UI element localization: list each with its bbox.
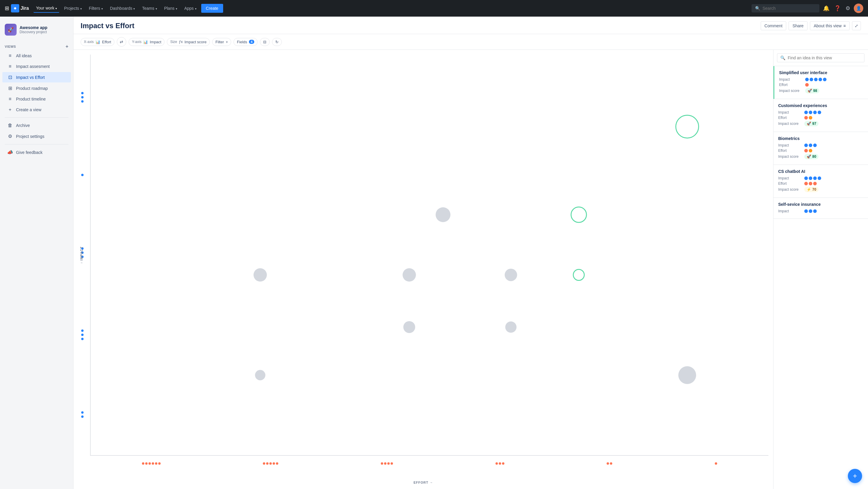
y-axis-dot — [81, 415, 84, 418]
chevron-down-icon — [156, 6, 157, 11]
nav-dashboards[interactable]: Dashboards — [107, 4, 137, 12]
swap-axes-button[interactable]: ⇄ — [117, 37, 126, 47]
sidebar-item-create-view[interactable]: + Create a view — [2, 105, 71, 115]
y-axis-dot — [81, 174, 84, 176]
view-options-button[interactable]: ⊟ — [260, 38, 270, 46]
header-actions: Comment Share About this view ≡ ⤢ — [761, 21, 861, 30]
bubble-item[interactable] — [505, 321, 517, 333]
grid-icon[interactable]: ⊞ — [5, 5, 9, 11]
archive-icon: 🗑 — [7, 123, 13, 128]
idea-search-box[interactable]: 🔍 — [777, 53, 864, 62]
refresh-button[interactable]: ↻ — [272, 38, 282, 46]
bubble-item[interactable] — [402, 268, 416, 282]
nav-teams[interactable]: Teams — [140, 4, 159, 12]
idea-card-simplified-ui[interactable]: Simplified user interface Impact — [773, 66, 868, 99]
chevron-down-icon — [101, 6, 103, 11]
list-icon: ≡ — [7, 53, 13, 58]
nav-projects[interactable]: Projects — [62, 4, 84, 12]
sidebar-item-impact-assessment[interactable]: ≡ Impact assesment — [2, 61, 71, 71]
idea-impact-field: Impact — [778, 110, 863, 114]
x-axis-label: EFFORT → — [78, 481, 768, 484]
swap-icon: ⇄ — [120, 39, 123, 44]
x-axis-dot — [149, 462, 151, 465]
add-view-icon[interactable]: + — [65, 44, 68, 49]
user-avatar[interactable]: 👤 — [854, 4, 863, 13]
views-section-label: VIEWS + — [0, 41, 73, 50]
y-axis-dot — [81, 96, 84, 98]
sidebar-item-project-settings[interactable]: ⚙ Project settings — [2, 131, 71, 141]
scatter-plot[interactable]: ↑ IMPACT — [90, 55, 768, 456]
nav-your-work[interactable]: Your work — [33, 4, 59, 13]
nav-apps[interactable]: Apps — [182, 4, 199, 12]
fields-button[interactable]: Fields 4 — [234, 38, 257, 46]
nav-plans[interactable]: Plans — [162, 4, 180, 12]
sidebar-divider-2 — [5, 144, 68, 144]
help-icon[interactable]: ❓ — [833, 4, 842, 13]
bubble-item[interactable] — [403, 321, 415, 333]
y-axis-dot — [81, 411, 84, 414]
bubble-item[interactable] — [505, 269, 517, 281]
jira-logo[interactable]: Jira — [11, 4, 29, 12]
search-icon: 🔍 — [780, 55, 785, 60]
filter-button[interactable]: Filter + — [212, 38, 231, 46]
bubble-item[interactable] — [678, 366, 696, 384]
sidebar-item-product-roadmap[interactable]: ⊞ Product roadmap — [2, 83, 71, 93]
impact-score-badge: ⚡ 70 — [804, 187, 818, 192]
idea-card-cs-chatbot[interactable]: CS chatbot AI Impact Effort — [773, 165, 868, 198]
bubble-item[interactable] — [436, 207, 451, 222]
settings-icon[interactable]: ⚙ — [844, 4, 851, 13]
sidebar-item-give-feedback[interactable]: 📣 Give feedback — [2, 147, 71, 157]
chevron-down-icon — [55, 6, 57, 10]
sidebar-item-all-ideas[interactable]: ≡ All ideas — [2, 51, 71, 61]
impact-score-badge: 🚀 80 — [804, 154, 818, 159]
search-input[interactable] — [763, 6, 816, 11]
idea-effort-field: Effort — [778, 181, 863, 185]
bubble-simplified-ui[interactable] — [675, 115, 699, 139]
comment-button[interactable]: Comment — [761, 21, 786, 30]
bubble-customised-exp[interactable] — [570, 207, 587, 223]
bubble-item[interactable] — [253, 268, 267, 282]
x-axis-dot — [269, 462, 272, 465]
idea-card-customised-exp[interactable]: Customised experiences Impact Effor — [773, 99, 868, 132]
y-axis-dot — [81, 92, 84, 94]
idea-card-self-service[interactable]: Self-sevice insurance Impact — [773, 198, 868, 219]
chevron-down-icon — [176, 6, 177, 11]
search-box[interactable]: 🔍 — [751, 4, 819, 12]
size-selector[interactable]: Size ƒx Impact score — [167, 38, 210, 46]
sidebar-item-product-timeline[interactable]: ≡ Product timeline — [2, 94, 71, 104]
idea-score-field: Impact score 🚀 80 — [778, 154, 863, 159]
bubble-item[interactable] — [255, 370, 265, 380]
sidebar-item-archive[interactable]: 🗑 Archive — [2, 120, 71, 131]
sidebar-item-impact-vs-effort[interactable]: ⊡ Impact vs Effort — [2, 72, 71, 82]
share-button[interactable]: Share — [788, 21, 807, 30]
notifications-icon[interactable]: 🔔 — [822, 4, 831, 13]
impact-score-badge: 🚀 97 — [804, 121, 818, 126]
idea-title: Self-sevice insurance — [778, 202, 863, 207]
nav-filters[interactable]: Filters — [87, 4, 105, 12]
bubble-biometrics[interactable] — [573, 269, 585, 281]
idea-card-biometrics[interactable]: Biometrics Impact Effort — [773, 132, 868, 165]
idea-score-field: Impact score ⚡ 70 — [778, 187, 863, 192]
project-icon: 🚀 — [8, 27, 13, 33]
sidebar: 🚀 Awesome app Discovery project VIEWS + … — [0, 17, 73, 489]
xaxis-selector[interactable]: X-axis 📊 Effort — [81, 38, 114, 46]
about-view-button[interactable]: About this view ≡ — [810, 21, 849, 30]
page-title: Impact vs Effort — [81, 22, 134, 30]
expand-button[interactable]: ⤢ — [852, 21, 861, 30]
idea-search-input[interactable] — [788, 55, 861, 60]
x-axis-dot — [152, 462, 154, 465]
add-idea-fab[interactable]: + — [848, 469, 862, 483]
x-axis-dot — [607, 462, 609, 465]
create-button[interactable]: Create — [201, 4, 223, 13]
chevron-down-icon — [195, 6, 196, 11]
list-icon: ≡ — [7, 96, 13, 102]
bar-chart-icon: 📊 — [143, 40, 148, 44]
yaxis-selector[interactable]: Y-axis 📊 Impact — [129, 38, 164, 46]
y-axis-dot — [81, 338, 84, 340]
impact-score-badge: 🚀 98 — [805, 88, 819, 93]
x-axis-dot — [499, 462, 501, 465]
right-panel-search: 🔍 — [773, 50, 868, 66]
content-area: ↑ IMPACT — [73, 50, 868, 489]
idea-effort-field: Effort — [778, 149, 863, 153]
search-icon: 🔍 — [755, 6, 760, 11]
